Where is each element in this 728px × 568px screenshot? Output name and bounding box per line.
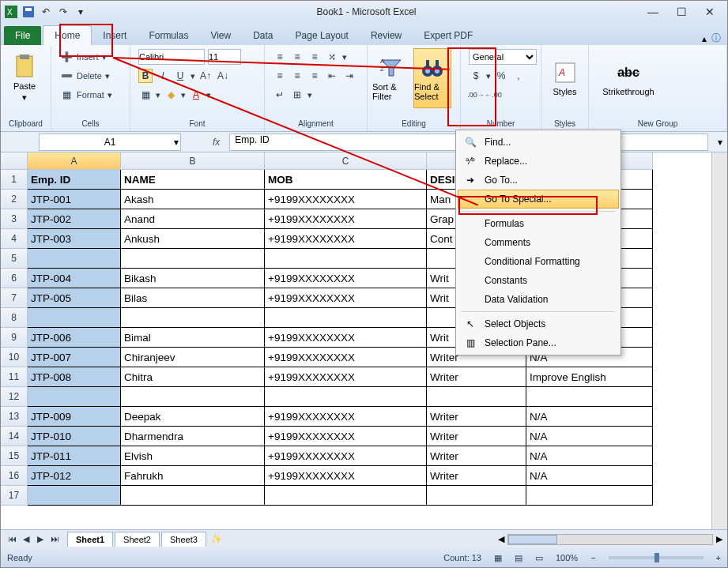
cell[interactable]: Improve English <box>526 367 653 387</box>
row-header[interactable]: 11 <box>1 367 28 387</box>
grid-row[interactable]: 17 <box>1 486 711 506</box>
number-format-combo[interactable]: General <box>469 49 537 65</box>
cell[interactable]: +9199XXXXXXXX <box>265 367 427 387</box>
col-header-C[interactable]: C <box>265 152 427 170</box>
indent-dec-icon[interactable]: ⇤ <box>325 69 339 83</box>
row-header[interactable]: 9 <box>1 328 28 348</box>
save-icon[interactable] <box>21 5 36 19</box>
fx-icon[interactable]: fx <box>213 137 220 148</box>
align-left-icon[interactable]: ≡ <box>273 69 287 83</box>
cell[interactable]: MOB <box>265 170 427 190</box>
wrap-text-icon[interactable]: ↵ <box>273 88 287 102</box>
cell[interactable]: +9199XXXXXXXX <box>265 407 427 427</box>
cell[interactable]: Deepak <box>121 407 265 427</box>
cell[interactable]: JTP-008 <box>28 367 121 387</box>
menu-data-validation[interactable]: Data Validation <box>458 290 619 309</box>
cell[interactable]: JTP-006 <box>28 328 121 348</box>
cell[interactable] <box>28 249 121 269</box>
row-header[interactable]: 1 <box>1 170 28 190</box>
sheet-nav-first[interactable]: ⏮ <box>6 534 18 544</box>
cell[interactable]: Emp. ID <box>28 170 121 190</box>
file-tab[interactable]: File <box>4 26 41 45</box>
minimize-icon[interactable]: — <box>645 4 661 20</box>
borders-button[interactable]: ▦ <box>138 88 153 102</box>
indent-inc-icon[interactable]: ⇥ <box>342 69 356 83</box>
inc-decimal-icon[interactable]: .00→ <box>469 88 483 102</box>
menu-comments[interactable]: Comments <box>458 233 619 252</box>
grid-row[interactable]: 14JTP-010Dharmendra+9199XXXXXXXXWriterN/… <box>1 427 711 446</box>
cell[interactable]: Writer <box>427 367 526 387</box>
cell[interactable]: N/A <box>526 466 653 486</box>
shrink-font-icon[interactable]: A↓ <box>216 69 230 83</box>
cell[interactable]: Elvish <box>121 446 265 466</box>
cell[interactable]: JTP-012 <box>28 466 121 486</box>
col-header-A[interactable]: A <box>28 152 121 170</box>
select-all-corner[interactable] <box>1 152 28 170</box>
menu-find[interactable]: 🔍Find... <box>458 133 619 152</box>
sheet-nav-next[interactable]: ▶ <box>34 534 47 544</box>
cell[interactable]: Fahrukh <box>121 466 265 486</box>
cell[interactable]: Writer <box>427 466 526 486</box>
row-header[interactable]: 5 <box>1 249 28 269</box>
zoom-level[interactable]: 100% <box>556 553 578 562</box>
qat-dropdown-icon[interactable]: ▾ <box>74 5 88 19</box>
cell[interactable] <box>265 486 427 506</box>
cell[interactable] <box>28 387 121 407</box>
row-header[interactable]: 6 <box>1 269 28 288</box>
grid-row[interactable]: 11JTP-008Chitra+9199XXXXXXXXWriterImprov… <box>1 367 711 387</box>
row-header[interactable]: 16 <box>1 466 28 486</box>
name-box[interactable]: A1▾ <box>39 134 181 151</box>
help-icon[interactable]: ⓘ <box>711 32 721 45</box>
hscroll-left[interactable]: ◀ <box>498 534 504 544</box>
cell[interactable]: Writer <box>427 446 526 466</box>
redo-icon[interactable]: ↷ <box>56 5 70 19</box>
maximize-icon[interactable]: ☐ <box>673 4 689 20</box>
menu-constants[interactable]: Constants <box>458 271 619 290</box>
cell[interactable] <box>28 308 121 328</box>
row-header[interactable]: 10 <box>1 348 28 367</box>
row-header[interactable]: 3 <box>1 209 28 229</box>
view-break-icon[interactable]: ▭ <box>535 553 543 563</box>
menu-formulas[interactable]: Formulas <box>458 214 619 233</box>
align-bottom-icon[interactable]: ≡ <box>307 50 322 64</box>
cell[interactable]: +9199XXXXXXXX <box>265 190 427 209</box>
orientation-icon[interactable]: ⤮ <box>325 50 339 64</box>
row-header[interactable]: 14 <box>1 427 28 446</box>
font-name-combo[interactable] <box>138 49 205 65</box>
tab-expert-pdf[interactable]: Expert PDF <box>413 26 484 45</box>
cell[interactable]: Chiranjeev <box>121 348 265 367</box>
menu-conditional-formatting[interactable]: Conditional Formatting <box>458 252 619 271</box>
cell[interactable]: +9199XXXXXXXX <box>265 229 427 249</box>
zoom-slider[interactable] <box>609 556 703 559</box>
zoom-out-icon[interactable]: − <box>590 553 595 562</box>
sheet-tab-2[interactable]: Sheet2 <box>115 532 160 547</box>
cell[interactable]: Writer <box>427 427 526 446</box>
menu-selection-pane[interactable]: ▥Selection Pane... <box>458 333 619 352</box>
cell[interactable]: JTP-010 <box>28 427 121 446</box>
cells-format[interactable]: ▦Format ▾ <box>56 86 115 103</box>
cell[interactable] <box>265 308 427 328</box>
styles-button[interactable]: A Styles <box>546 48 583 108</box>
align-middle-icon[interactable]: ≡ <box>290 50 304 64</box>
sheet-tab-3[interactable]: Sheet3 <box>161 532 206 547</box>
cell[interactable] <box>265 387 427 407</box>
cell[interactable]: +9199XXXXXXXX <box>265 209 427 229</box>
cell[interactable]: Writer <box>427 407 526 427</box>
menu-select-objects[interactable]: ↖Select Objects <box>458 314 619 333</box>
percent-icon[interactable]: % <box>494 69 508 83</box>
cell[interactable] <box>526 387 653 407</box>
cell[interactable]: Bikash <box>121 269 265 288</box>
sheet-nav-last[interactable]: ⏭ <box>48 534 61 544</box>
strikethrough-button[interactable]: abc Strikethrough <box>594 48 663 108</box>
cell[interactable]: +9199XXXXXXXX <box>265 288 427 308</box>
cell[interactable]: Bimal <box>121 328 265 348</box>
row-header[interactable]: 2 <box>1 190 28 209</box>
grow-font-icon[interactable]: A↑ <box>198 69 213 83</box>
cell[interactable]: JTP-002 <box>28 209 121 229</box>
cells-delete[interactable]: ➖Delete ▾ <box>56 67 115 85</box>
view-normal-icon[interactable]: ▦ <box>494 553 502 563</box>
sort-filter-button[interactable]: AZ Sort & Filter <box>372 48 410 108</box>
cell[interactable] <box>427 387 526 407</box>
grid-row[interactable]: 15JTP-011Elvish+9199XXXXXXXXWriterN/A <box>1 446 711 466</box>
dec-decimal-icon[interactable]: ←.00 <box>486 88 500 102</box>
